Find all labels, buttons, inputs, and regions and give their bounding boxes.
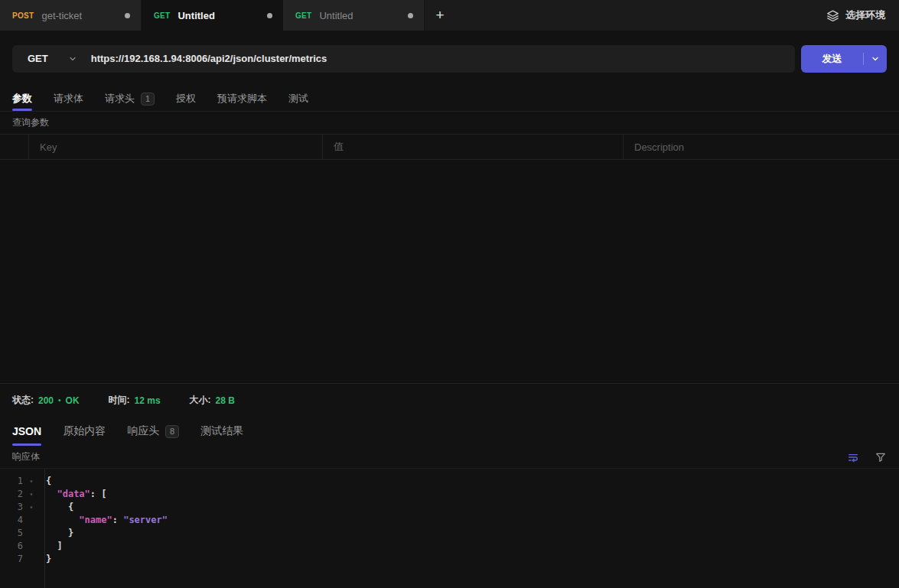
- method-select[interactable]: GET: [12, 53, 91, 64]
- line-number: 3: [0, 501, 23, 514]
- param-table-header: Key 值 Description: [0, 134, 899, 160]
- size-value: 28 B: [216, 395, 235, 406]
- code-line-source: "data": [: [40, 488, 107, 501]
- unsaved-dot-icon: [125, 13, 130, 18]
- line-number: 5: [0, 527, 23, 540]
- nav-tab-label: 请求体: [54, 92, 83, 106]
- response-body-row: 响应体: [0, 446, 899, 469]
- tabbar-spacer: [455, 0, 826, 31]
- nav-tab-badge: 8: [165, 425, 179, 438]
- params-empty-area: [0, 160, 899, 383]
- param-description-column-header[interactable]: Description: [624, 135, 899, 159]
- size-label: 大小:: [190, 394, 211, 407]
- fold-toggle-icon[interactable]: ▾: [23, 488, 40, 501]
- new-tab-button[interactable]: +: [425, 0, 455, 31]
- json-code[interactable]: 1 ▾ { 2 ▾ "data": [ 3 ▾ { 4 "name": "ser…: [0, 469, 899, 588]
- size-group: 大小: 28 B: [190, 394, 235, 407]
- response-body-title: 响应体: [12, 450, 40, 463]
- nav-tab[interactable]: 原始内容: [63, 417, 106, 446]
- request-url-row: GET 发送: [0, 31, 899, 86]
- param-value-column-header[interactable]: 值: [323, 135, 624, 159]
- code-line: 4 "name": "server": [0, 514, 899, 527]
- line-number: 2: [0, 488, 23, 501]
- wrap-lines-icon[interactable]: [847, 451, 859, 463]
- window-tab-title: Untitled: [319, 10, 353, 21]
- window-tab[interactable]: GET Untitled: [283, 0, 425, 31]
- fold-toggle-icon[interactable]: [23, 540, 40, 553]
- fold-toggle-icon[interactable]: [23, 553, 40, 566]
- chevron-down-icon: [68, 54, 77, 63]
- fold-toggle-icon[interactable]: ▾: [23, 501, 40, 514]
- nav-tab[interactable]: 测试: [288, 86, 308, 111]
- code-line: 1 ▾ {: [0, 475, 899, 488]
- nav-tab[interactable]: 请求头 1: [105, 86, 155, 111]
- nav-tab[interactable]: 参数: [12, 86, 32, 111]
- send-button[interactable]: 发送: [801, 45, 887, 73]
- window-tab-method: GET: [154, 11, 170, 20]
- url-bar: GET: [12, 45, 795, 73]
- nav-tab-label: 原始内容: [63, 424, 106, 438]
- nav-tab-label: 响应头: [127, 424, 159, 438]
- send-options-caret[interactable]: [864, 54, 887, 63]
- funnel-icon[interactable]: [875, 451, 887, 463]
- environment-selector[interactable]: 选择环境: [826, 0, 885, 31]
- nav-tab-badge: 1: [141, 93, 155, 106]
- fold-toggle-icon[interactable]: [23, 514, 40, 527]
- window-tab[interactable]: GET Untitled: [142, 0, 283, 31]
- status-separator-dot: •: [58, 396, 61, 404]
- time-label: 时间:: [109, 394, 130, 407]
- code-line-source: }: [40, 527, 73, 540]
- status-label: 状态:: [12, 394, 34, 407]
- nav-tab-label: 授权: [176, 92, 196, 106]
- nav-tab[interactable]: JSON: [12, 417, 41, 446]
- code-line-source: "name": "server": [40, 514, 168, 527]
- time-value: 12 ms: [135, 395, 161, 406]
- nav-tab-label: JSON: [12, 425, 41, 437]
- window-tab[interactable]: POST get-ticket: [0, 0, 142, 31]
- code-line-source: ]: [40, 540, 63, 553]
- tab-strip: POST get-ticket GET Untitled GET Untitle…: [0, 0, 425, 31]
- line-number: 6: [0, 540, 23, 553]
- nav-tab[interactable]: 测试结果: [200, 417, 243, 446]
- status-group: 状态: 200 • OK: [12, 394, 80, 407]
- url-input[interactable]: [91, 53, 795, 64]
- window-tab-method: GET: [295, 11, 311, 20]
- nav-tab[interactable]: 预请求脚本: [217, 86, 267, 111]
- code-line: 3 ▾ {: [0, 501, 899, 514]
- nav-tab-label: 测试结果: [200, 424, 243, 438]
- unsaved-dot-icon: [267, 13, 272, 18]
- nav-tab[interactable]: 授权: [176, 86, 196, 111]
- code-line: 2 ▾ "data": [: [0, 488, 899, 501]
- code-line: 7 }: [0, 553, 899, 566]
- nav-tab-label: 测试: [288, 92, 308, 106]
- request-tabs: 参数 请求体 请求头 1 授权 预请求脚本 测试: [0, 86, 899, 112]
- line-number: 7: [0, 553, 23, 566]
- param-row-handle-column: [0, 135, 29, 159]
- window-tab-title: get-ticket: [41, 10, 82, 21]
- nav-tab[interactable]: 请求体: [54, 86, 83, 111]
- send-button-label: 发送: [801, 52, 863, 66]
- response-body-icons: [847, 451, 887, 463]
- line-number: 1: [0, 475, 23, 488]
- code-line-source: }: [40, 553, 51, 566]
- status-text: OK: [66, 395, 80, 406]
- unsaved-dot-icon: [408, 13, 413, 18]
- time-group: 时间: 12 ms: [109, 394, 161, 407]
- fold-toggle-icon[interactable]: ▾: [23, 475, 40, 488]
- method-select-value: GET: [28, 53, 48, 64]
- param-key-column-header[interactable]: Key: [29, 135, 323, 159]
- code-line: 6 ]: [0, 540, 899, 553]
- chevron-down-icon: [871, 54, 880, 63]
- nav-tab-label: 参数: [12, 92, 32, 106]
- nav-tab-label: 请求头: [105, 92, 135, 106]
- nav-tab[interactable]: 响应头 8: [127, 417, 179, 446]
- nav-tab-label: 预请求脚本: [217, 92, 267, 106]
- query-params-title: 查询参数: [0, 112, 899, 134]
- environment-selector-label: 选择环境: [845, 8, 885, 22]
- fold-toggle-icon[interactable]: [23, 527, 40, 540]
- code-line-source: {: [40, 475, 51, 488]
- response-tabs: JSON 原始内容 响应头 8 测试结果: [0, 417, 899, 446]
- response-status-row: 状态: 200 • OK 时间: 12 ms 大小: 28 B: [0, 383, 899, 417]
- tab-bar: POST get-ticket GET Untitled GET Untitle…: [0, 0, 899, 31]
- window-tab-title: Untitled: [178, 10, 214, 21]
